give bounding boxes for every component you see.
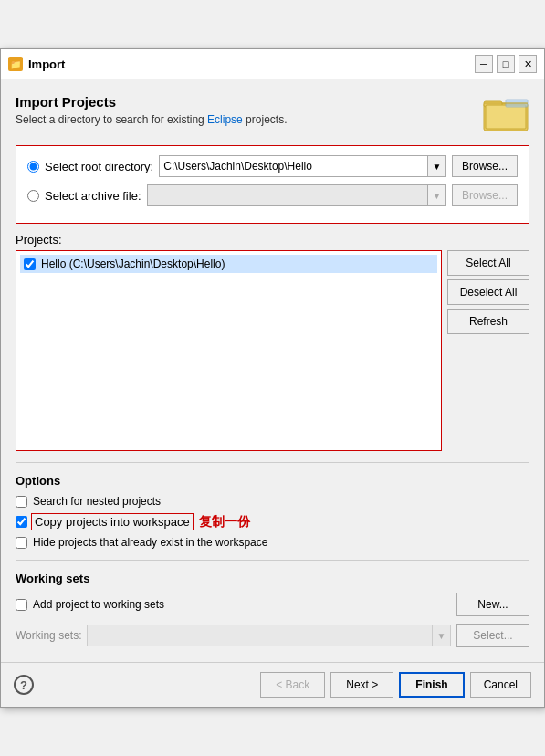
archive-dropdown: ▼ (428, 184, 446, 206)
project-label: Hello (C:\Users\Jachin\Desktop\Hello) (41, 257, 225, 270)
eclipse-link[interactable]: Eclipse (207, 113, 243, 126)
import-dialog: 📁 Import ─ □ ✕ Import Projects Select a … (0, 48, 545, 708)
add-working-sets-label: Add project to working sets (33, 598, 451, 611)
search-nested-row: Search for nested projects (16, 495, 529, 508)
back-button[interactable]: < Back (260, 672, 325, 698)
add-to-working-sets-row: Add project to working sets New... (16, 593, 529, 616)
working-sets-label: Working sets: (16, 629, 81, 642)
copy-projects-checkbox[interactable] (16, 516, 27, 528)
hide-existing-label: Hide projects that already exist in the … (33, 536, 267, 549)
dialog-description: Select a directory to search for existin… (16, 113, 287, 126)
refresh-button[interactable]: Refresh (447, 309, 529, 334)
minimize-button[interactable]: ─ (475, 55, 493, 73)
archive-file-input[interactable] (147, 184, 428, 206)
copy-projects-label: Copy projects into workspace (31, 513, 194, 530)
copy-projects-row: Copy projects into workspace 复制一份 (16, 513, 529, 530)
root-directory-input[interactable] (159, 155, 428, 177)
title-bar-left: 📁 Import (8, 57, 65, 71)
divider-2 (16, 560, 529, 561)
maximize-button[interactable]: □ (497, 55, 515, 73)
archive-file-combo: ▼ (147, 184, 446, 206)
root-browse-button[interactable]: Browse... (452, 155, 518, 177)
select-working-sets-button[interactable]: Select... (456, 624, 529, 647)
options-section: Options Search for nested projects Copy … (16, 474, 529, 549)
projects-buttons: Select All Deselect All Refresh (447, 250, 529, 451)
source-selection-box: Select root directory: ▼ Browse... Selec… (16, 145, 529, 224)
add-working-sets-checkbox[interactable] (16, 599, 27, 611)
next-button[interactable]: Next > (330, 672, 393, 698)
window-controls: ─ □ ✕ (475, 55, 537, 73)
root-directory-radio[interactable] (27, 161, 39, 173)
root-directory-dropdown[interactable]: ▼ (428, 155, 446, 177)
title-bar: 📁 Import ─ □ ✕ (1, 49, 544, 79)
projects-label: Projects: (16, 233, 529, 247)
cancel-button[interactable]: Cancel (470, 672, 531, 698)
working-sets-input[interactable] (87, 625, 433, 646)
deselect-all-button[interactable]: Deselect All (447, 279, 529, 305)
options-heading: Options (16, 474, 529, 488)
archive-browse-button[interactable]: Browse... (452, 184, 518, 206)
list-item: Hello (C:\Users\Jachin\Desktop\Hello) (20, 255, 437, 273)
copy-label-box: Copy projects into workspace (16, 513, 194, 530)
search-nested-label: Search for nested projects (33, 495, 161, 508)
search-nested-checkbox[interactable] (16, 496, 27, 508)
working-sets-section: Working sets Add project to working sets… (16, 572, 529, 647)
root-directory-label: Select root directory: (45, 160, 153, 173)
hide-existing-checkbox[interactable] (16, 537, 27, 549)
help-button[interactable]: ? (14, 675, 34, 695)
divider (16, 462, 529, 463)
working-sets-dropdown: ▼ (433, 625, 451, 646)
svg-rect-2 (486, 105, 526, 129)
folder-icon (482, 94, 529, 132)
projects-area: Hello (C:\Users\Jachin\Desktop\Hello) Se… (16, 250, 529, 451)
working-sets-combo: ▼ (87, 625, 451, 646)
dialog-title: Import Projects (16, 94, 287, 110)
project-checkbox[interactable] (24, 258, 36, 270)
bottom-bar: ? < Back Next > Finish Cancel (1, 662, 544, 707)
header-text: Import Projects Select a directory to se… (16, 94, 287, 126)
window-icon: 📁 (8, 57, 23, 71)
hide-existing-row: Hide projects that already exist in the … (16, 536, 529, 549)
archive-file-label: Select archive file: (45, 189, 141, 203)
root-directory-combo: ▼ (159, 155, 446, 177)
projects-list: Hello (C:\Users\Jachin\Desktop\Hello) (16, 250, 442, 451)
select-all-button[interactable]: Select All (447, 250, 529, 276)
window-title: Import (28, 58, 65, 71)
dialog-content: Import Projects Select a directory to se… (1, 79, 544, 662)
copy-annotation: 复制一份 (199, 514, 250, 530)
nav-buttons: < Back Next > Finish Cancel (260, 672, 531, 698)
working-sets-heading: Working sets (16, 572, 529, 585)
close-button[interactable]: ✕ (519, 55, 537, 73)
working-sets-label-row: Working sets: ▼ Select... (16, 624, 529, 647)
root-directory-row: Select root directory: ▼ Browse... (27, 155, 518, 177)
archive-file-radio[interactable] (27, 190, 39, 202)
new-working-set-button[interactable]: New... (456, 593, 529, 616)
projects-section: Projects: Hello (C:\Users\Jachin\Desktop… (16, 233, 529, 451)
finish-button[interactable]: Finish (399, 672, 464, 698)
header-area: Import Projects Select a directory to se… (16, 94, 529, 132)
archive-file-row: Select archive file: ▼ Browse... (27, 184, 518, 206)
